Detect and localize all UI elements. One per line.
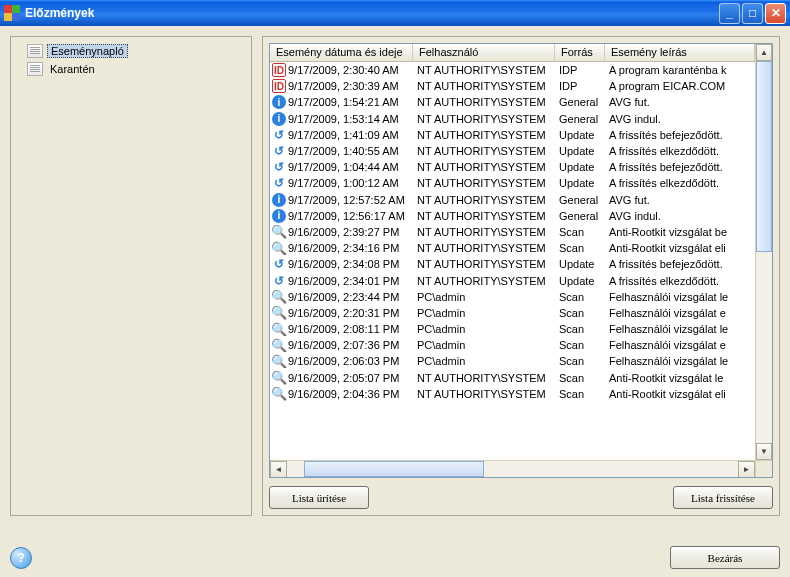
- cell-source: Update: [555, 161, 605, 173]
- cell-date: 9/16/2009, 2:23:44 PM: [288, 291, 399, 303]
- cell-description: AVG fut.: [605, 96, 755, 108]
- cell-source: Update: [555, 177, 605, 189]
- cell-user: NT AUTHORITY\SYSTEM: [413, 388, 555, 400]
- tree-item-0[interactable]: Eseménynapló: [17, 43, 245, 59]
- table-row[interactable]: 🔍9/16/2009, 2:39:27 PMNT AUTHORITY\SYSTE…: [270, 224, 755, 240]
- update-icon: ↺: [272, 128, 286, 142]
- help-icon[interactable]: ?: [10, 547, 32, 569]
- table-row[interactable]: ID9/17/2009, 2:30:39 AMNT AUTHORITY\SYST…: [270, 78, 755, 94]
- close-button[interactable]: Bezárás: [670, 546, 780, 569]
- table-row[interactable]: ↺9/17/2009, 1:40:55 AMNT AUTHORITY\SYSTE…: [270, 143, 755, 159]
- scroll-up-button[interactable]: ▲: [756, 44, 772, 61]
- table-row[interactable]: i9/17/2009, 12:57:52 AMNT AUTHORITY\SYST…: [270, 192, 755, 208]
- table-row[interactable]: i9/17/2009, 12:56:17 AMNT AUTHORITY\SYST…: [270, 208, 755, 224]
- update-icon: ↺: [272, 160, 286, 174]
- cell-date: 9/16/2009, 2:20:31 PM: [288, 307, 399, 319]
- column-header-description[interactable]: Esemény leírás: [605, 44, 755, 61]
- idp-icon: ID: [272, 63, 286, 77]
- scan-icon: 🔍: [272, 225, 286, 239]
- table-row[interactable]: ↺9/17/2009, 1:04:44 AMNT AUTHORITY\SYSTE…: [270, 159, 755, 175]
- scroll-right-button[interactable]: ►: [738, 461, 755, 478]
- cell-date: 9/17/2009, 1:00:12 AM: [288, 177, 399, 189]
- cell-date: 9/16/2009, 2:04:36 PM: [288, 388, 399, 400]
- column-header-user[interactable]: Felhasználó: [413, 44, 555, 61]
- cell-description: A frissítés elkezdődött.: [605, 275, 755, 287]
- cell-description: A frissítés elkezdődött.: [605, 145, 755, 157]
- cell-user: NT AUTHORITY\SYSTEM: [413, 258, 555, 270]
- table-row[interactable]: ↺9/17/2009, 1:41:09 AMNT AUTHORITY\SYSTE…: [270, 127, 755, 143]
- cell-user: NT AUTHORITY\SYSTEM: [413, 129, 555, 141]
- cell-source: General: [555, 194, 605, 206]
- tree-item-label: Eseménynapló: [47, 44, 128, 58]
- table-row[interactable]: 🔍9/16/2009, 2:08:11 PMPC\adminScanFelhas…: [270, 321, 755, 337]
- cell-source: Scan: [555, 242, 605, 254]
- table-row[interactable]: 🔍9/16/2009, 2:23:44 PMPC\adminScanFelhas…: [270, 289, 755, 305]
- cell-user: NT AUTHORITY\SYSTEM: [413, 177, 555, 189]
- table-row[interactable]: ↺9/16/2009, 2:34:01 PMNT AUTHORITY\SYSTE…: [270, 272, 755, 288]
- table-row[interactable]: 🔍9/16/2009, 2:06:03 PMPC\adminScanFelhas…: [270, 353, 755, 369]
- scan-icon: 🔍: [272, 338, 286, 352]
- table-row[interactable]: 🔍9/16/2009, 2:04:36 PMNT AUTHORITY\SYSTE…: [270, 386, 755, 402]
- cell-date: 9/16/2009, 2:08:11 PM: [288, 323, 399, 335]
- cell-date: 9/17/2009, 1:41:09 AM: [288, 129, 399, 141]
- cell-source: Scan: [555, 291, 605, 303]
- scan-icon: 🔍: [272, 387, 286, 401]
- refresh-list-button[interactable]: Lista frissítése: [673, 486, 773, 509]
- cell-user: PC\admin: [413, 307, 555, 319]
- maximize-button[interactable]: □: [742, 3, 763, 24]
- cell-user: NT AUTHORITY\SYSTEM: [413, 161, 555, 173]
- table-row[interactable]: i9/17/2009, 1:53:14 AMNT AUTHORITY\SYSTE…: [270, 111, 755, 127]
- listview-header[interactable]: Esemény dátuma és ideje Felhasználó Forr…: [270, 44, 755, 62]
- table-row[interactable]: ↺9/16/2009, 2:34:08 PMNT AUTHORITY\SYSTE…: [270, 256, 755, 272]
- cell-description: A program EICAR.COM: [605, 80, 755, 92]
- info-icon: i: [272, 95, 286, 109]
- cell-date: 9/17/2009, 1:53:14 AM: [288, 113, 399, 125]
- cell-user: NT AUTHORITY\SYSTEM: [413, 242, 555, 254]
- horizontal-scrollbar[interactable]: ◄ ►: [270, 460, 755, 477]
- scan-icon: 🔍: [272, 354, 286, 368]
- cell-description: A frissítés befejeződött.: [605, 258, 755, 270]
- table-row[interactable]: 🔍9/16/2009, 2:20:31 PMPC\adminScanFelhas…: [270, 305, 755, 321]
- scroll-down-button[interactable]: ▼: [756, 443, 772, 460]
- cell-description: Felhasználói vizsgálat le: [605, 291, 755, 303]
- empty-list-button[interactable]: Lista ürítése: [269, 486, 369, 509]
- cell-date: 9/17/2009, 1:04:44 AM: [288, 161, 399, 173]
- cell-description: Felhasználói vizsgálat e: [605, 307, 755, 319]
- idp-icon: ID: [272, 79, 286, 93]
- vertical-scrollbar[interactable]: ▲ ▼: [755, 44, 772, 460]
- close-window-button[interactable]: ✕: [765, 3, 786, 24]
- cell-source: Scan: [555, 355, 605, 367]
- cell-description: Anti-Rootkit vizsgálat eli: [605, 388, 755, 400]
- table-row[interactable]: 🔍9/16/2009, 2:34:16 PMNT AUTHORITY\SYSTE…: [270, 240, 755, 256]
- table-row[interactable]: 🔍9/16/2009, 2:07:36 PMPC\adminScanFelhas…: [270, 337, 755, 353]
- cell-user: NT AUTHORITY\SYSTEM: [413, 145, 555, 157]
- cell-description: Felhasználói vizsgálat le: [605, 355, 755, 367]
- cell-user: PC\admin: [413, 323, 555, 335]
- scan-icon: 🔍: [272, 371, 286, 385]
- cell-user: NT AUTHORITY\SYSTEM: [413, 275, 555, 287]
- cell-source: IDP: [555, 64, 605, 76]
- table-row[interactable]: 🔍9/16/2009, 2:05:07 PMNT AUTHORITY\SYSTE…: [270, 370, 755, 386]
- cell-date: 9/16/2009, 2:34:16 PM: [288, 242, 399, 254]
- event-listview[interactable]: Esemény dátuma és ideje Felhasználó Forr…: [269, 43, 773, 478]
- table-row[interactable]: i9/17/2009, 1:54:21 AMNT AUTHORITY\SYSTE…: [270, 94, 755, 110]
- cell-user: NT AUTHORITY\SYSTEM: [413, 64, 555, 76]
- cell-date: 9/17/2009, 12:56:17 AM: [288, 210, 405, 222]
- app-icon: [4, 5, 20, 21]
- table-row[interactable]: ↺9/17/2009, 1:00:12 AMNT AUTHORITY\SYSTE…: [270, 175, 755, 191]
- tree-item-1[interactable]: Karantén: [17, 61, 245, 77]
- column-header-source[interactable]: Forrás: [555, 44, 605, 61]
- cell-description: A frissítés elkezdődött.: [605, 177, 755, 189]
- cell-source: General: [555, 210, 605, 222]
- cell-source: Update: [555, 129, 605, 141]
- cell-date: 9/17/2009, 1:54:21 AM: [288, 96, 399, 108]
- cell-date: 9/16/2009, 2:34:08 PM: [288, 258, 399, 270]
- table-row[interactable]: ID9/17/2009, 2:30:40 AMNT AUTHORITY\SYST…: [270, 62, 755, 78]
- column-header-date[interactable]: Esemény dátuma és ideje: [270, 44, 413, 61]
- horizontal-scroll-thumb[interactable]: [304, 461, 484, 477]
- vertical-scroll-thumb[interactable]: [756, 61, 772, 252]
- cell-source: Scan: [555, 323, 605, 335]
- scroll-left-button[interactable]: ◄: [270, 461, 287, 478]
- scan-icon: 🔍: [272, 290, 286, 304]
- minimize-button[interactable]: _: [719, 3, 740, 24]
